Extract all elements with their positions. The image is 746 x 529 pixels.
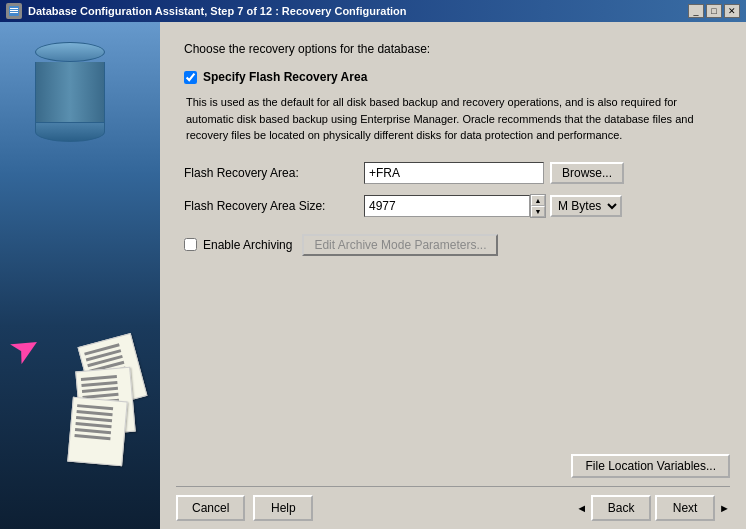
flash-recovery-size-input[interactable]	[364, 195, 530, 217]
minimize-button[interactable]: _	[688, 4, 704, 18]
next-button[interactable]: Next	[655, 495, 715, 521]
svg-rect-3	[10, 8, 18, 9]
enable-archiving-checkbox[interactable]	[184, 238, 197, 251]
nav-left: Cancel Help	[176, 495, 313, 521]
browse-button[interactable]: Browse...	[550, 162, 624, 184]
main-container: ➤	[0, 22, 746, 529]
flash-recovery-size-row: Flash Recovery Area Size: ▲ ▼ M Bytes G …	[184, 194, 722, 218]
help-button[interactable]: Help	[253, 495, 313, 521]
nav-right: ◄ Back Next ►	[576, 495, 730, 521]
svg-rect-2	[10, 12, 18, 13]
database-cylinder-icon	[30, 42, 110, 142]
back-arrow-icon: ◄	[576, 502, 587, 514]
file-location-row: File Location Variables...	[176, 454, 730, 478]
window-controls: _ □ ✕	[688, 4, 740, 18]
window-title: Database Configuration Assistant, Step 7…	[28, 5, 407, 17]
archiving-section: Enable Archiving Edit Archive Mode Param…	[184, 234, 722, 256]
size-spinner-container: ▲ ▼ M Bytes G Bytes	[364, 194, 622, 218]
cancel-button[interactable]: Cancel	[176, 495, 245, 521]
papers-icon	[70, 339, 150, 469]
spinner-down-button[interactable]: ▼	[531, 206, 545, 217]
unit-select[interactable]: M Bytes G Bytes	[550, 195, 622, 217]
specify-flash-label: Specify Flash Recovery Area	[203, 70, 367, 84]
flash-recovery-size-label: Flash Recovery Area Size:	[184, 199, 364, 213]
close-button[interactable]: ✕	[724, 4, 740, 18]
title-bar: Database Configuration Assistant, Step 7…	[0, 0, 746, 22]
app-icon	[6, 3, 22, 19]
enable-archiving-row: Enable Archiving	[184, 238, 292, 252]
flash-recovery-area-input[interactable]	[364, 162, 544, 184]
enable-archiving-label: Enable Archiving	[203, 238, 292, 252]
content-area: Choose the recovery options for the data…	[160, 22, 746, 446]
prompt-text: Choose the recovery options for the data…	[184, 42, 722, 56]
back-button[interactable]: Back	[591, 495, 651, 521]
spinner-controls: ▲ ▼	[530, 194, 546, 218]
next-arrow-icon: ►	[719, 502, 730, 514]
flash-recovery-area-label: Flash Recovery Area:	[184, 166, 364, 180]
file-location-button[interactable]: File Location Variables...	[571, 454, 730, 478]
arrow-icon: ➤	[2, 322, 49, 373]
svg-rect-1	[10, 10, 18, 11]
specify-flash-row: Specify Flash Recovery Area	[184, 70, 722, 84]
spinner-up-button[interactable]: ▲	[531, 195, 545, 206]
left-panel: ➤	[0, 22, 160, 529]
decorative-art: ➤	[0, 22, 160, 529]
nav-row: Cancel Help ◄ Back Next ►	[176, 486, 730, 521]
specify-flash-checkbox[interactable]	[184, 71, 197, 84]
description-text: This is used as the default for all disk…	[186, 94, 722, 144]
maximize-button[interactable]: □	[706, 4, 722, 18]
right-panel: Choose the recovery options for the data…	[160, 22, 746, 529]
edit-archive-mode-button[interactable]: Edit Archive Mode Parameters...	[302, 234, 498, 256]
flash-recovery-area-row: Flash Recovery Area: Browse...	[184, 162, 722, 184]
bottom-area: File Location Variables... Cancel Help ◄…	[160, 446, 746, 529]
